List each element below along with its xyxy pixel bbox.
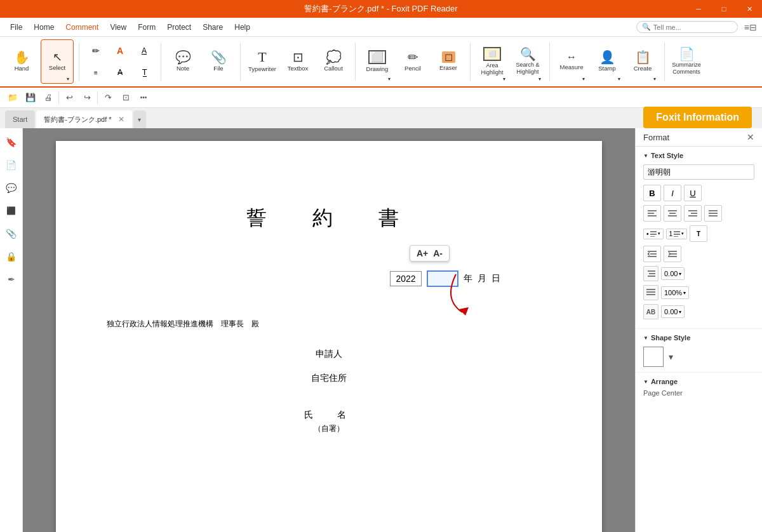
align-right-button[interactable] [684,205,702,222]
title-bar: 誓約書-ブランク.pdf * - Foxit PDF Reader ─ □ ✕ [0,0,762,18]
sidebar-comments[interactable]: 💬 [3,179,20,197]
summarize-icon: 📄 [679,48,695,60]
menu-protect[interactable]: Protect [162,21,196,34]
sidebar-security[interactable]: 🔒 [3,248,20,265]
pdf-viewer[interactable]: 誓 約 書 A+ A- 2022 年 月 日 [23,128,635,532]
align-center-button[interactable] [664,205,681,222]
indent-value-dropdown[interactable]: 0.00 ▾ [661,267,685,280]
minimize-button[interactable]: ─ [686,0,711,18]
measure-tool[interactable]: ↔ Measure ▾ [555,39,588,84]
menu-home[interactable]: Home [29,21,59,34]
textbox-tool[interactable]: ⊡ Textbox [281,39,314,84]
measure-icon: ↔ [566,52,577,62]
search-highlight-tool[interactable]: 🔍 Search &Highlight ▾ [511,39,544,84]
tell-me-search[interactable]: 🔍 [636,21,738,33]
pencil-tool-sm[interactable]: ✏ [84,41,107,61]
text-indent-button[interactable]: T [690,225,707,242]
search-input[interactable] [653,23,732,31]
save-button[interactable]: 💾 [23,90,38,105]
tab-close-button[interactable]: ✕ [118,115,124,124]
shape-dropdown-btn[interactable]: ▾ [669,352,673,362]
sidebar-signatures[interactable]: ✒ [3,270,20,288]
search-icon: 🔍 [642,23,651,31]
sidebar-layers[interactable]: ⬛ [3,202,20,220]
text-tool-underline[interactable]: A [133,41,156,61]
open-button[interactable]: 📁 [5,90,20,105]
align-left-button[interactable] [643,205,661,222]
font-name-input[interactable] [643,164,754,180]
shape-style-label: Shape Style [651,334,690,342]
sidebar-bookmark[interactable]: 🔖 [3,133,20,151]
select-label: Select [49,64,65,71]
note-tool[interactable]: 💬 Note [166,39,199,84]
menu-bar: File Home Comment View Form Protect Shar… [0,18,762,37]
align-justify-button[interactable] [704,205,722,222]
line-spacing-icon [643,285,658,300]
pencil-tool[interactable]: ✏ Pencil [396,39,429,84]
menu-file[interactable]: File [5,21,27,34]
char-spacing-icon: AB [643,304,658,319]
sidebar-attachments[interactable]: 📎 [3,225,20,243]
eraser-tool[interactable]: ◻ Eraser [432,39,465,84]
measure-label: Measure [560,63,584,70]
hand-tool[interactable]: ✋ Hand [5,39,38,84]
quick-sep-2 [97,91,98,104]
list-tool[interactable]: ≡ [84,62,107,83]
tab-main-doc[interactable]: 誓約書-ブランク.pdf * ✕ [36,110,131,128]
file-tool[interactable]: 📎 File [202,39,235,84]
stamp-tool[interactable]: 👤 Stamp ▾ [591,39,624,84]
menu-comment[interactable]: Comment [60,21,104,34]
underline-button[interactable]: U [684,185,702,201]
year-textbox[interactable]: 2022 [390,271,422,286]
create-tool[interactable]: 📋 Create ▾ [626,39,659,84]
redo-button[interactable]: ↪ [79,90,95,105]
callout-label: Callout [324,65,343,72]
arrange-header[interactable]: ▼ Arrange [643,378,754,385]
drawing-tool[interactable]: ⬜ Drawing ▾ [361,39,394,84]
char-spacing-dropdown[interactable]: 0.00 ▾ [661,305,685,318]
italic-button[interactable]: I [664,185,681,201]
text-tool-a[interactable]: A [109,41,131,61]
settings-button[interactable]: ≡⊟ [744,22,757,32]
select-tool[interactable]: ↖ Select ▾ [41,39,74,84]
separator-4 [355,43,356,81]
rotate-button[interactable]: ↷ [100,90,116,105]
bullet-list-button[interactable]: • ▾ [643,229,664,239]
font-increase-btn[interactable]: A+ [417,248,428,258]
bold-button[interactable]: B [643,185,661,201]
more-button[interactable]: ••• [136,90,151,105]
search-highlight-icon: 🔍 [520,48,536,60]
indent-increase-button[interactable] [664,246,681,262]
indent-decrease-button[interactable] [643,246,661,262]
text-strikethrough[interactable]: A̶ [109,62,131,83]
list-row: • ▾ 1 ▾ T [643,225,754,242]
callout-tool[interactable]: 💭 Callout [317,39,350,84]
maximize-button[interactable]: □ [711,0,737,18]
menu-help[interactable]: Help [229,21,255,34]
panel-close-button[interactable]: ✕ [747,132,754,142]
print-button[interactable]: 🖨 [41,90,56,105]
menu-form[interactable]: Form [133,21,161,34]
indent-icon [643,266,658,281]
tab-start[interactable]: Start [5,110,35,128]
sidebar-pages[interactable]: 📄 [3,156,20,174]
shape-style-header[interactable]: ▼ Shape Style [643,334,754,342]
typewriter-tool[interactable]: T Typewriter [246,39,279,84]
text-format-3[interactable]: T̲ [133,62,156,83]
indent-dropdown-arrow: ▾ [679,271,681,277]
area-highlight-icon: ⬜ [483,47,501,61]
font-decrease-btn[interactable]: A- [433,248,443,258]
area-highlight-tool[interactable]: ⬜ AreaHighlight ▾ [476,39,509,84]
summarize-tool[interactable]: 📄 SummarizeComments [670,39,703,84]
text-style-header[interactable]: ▼ Text Style [643,152,754,159]
tab-overflow-button[interactable]: ▾ [133,110,146,128]
textbox-icon: ⊡ [293,51,304,63]
undo-button[interactable]: ↩ [62,90,77,105]
line-spacing-dropdown[interactable]: 100% ▾ [661,286,689,299]
arrange-arrow: ▼ [643,379,648,385]
menu-view[interactable]: View [105,21,131,34]
close-button[interactable]: ✕ [737,0,762,18]
menu-share[interactable]: Share [197,21,228,34]
number-list-button[interactable]: 1 ▾ [666,229,688,239]
snapshot-button[interactable]: ⊡ [118,90,133,105]
